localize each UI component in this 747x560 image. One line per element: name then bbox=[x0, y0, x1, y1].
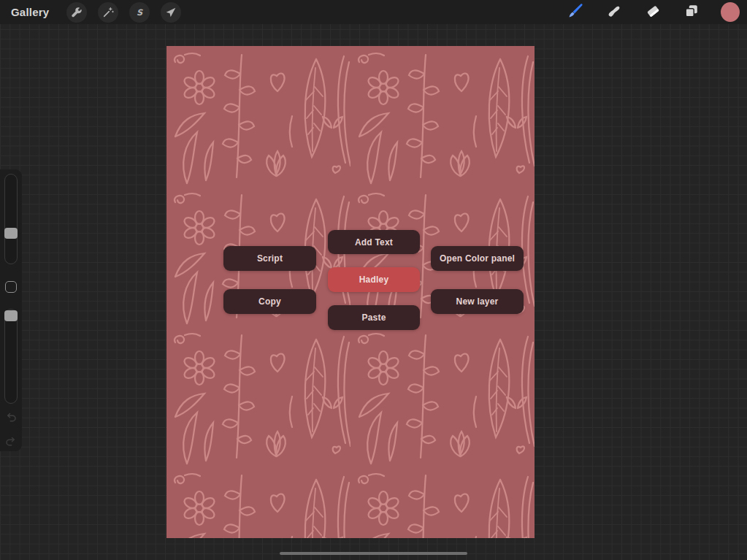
modify-button[interactable] bbox=[5, 281, 17, 293]
adjustments-button[interactable] bbox=[98, 2, 118, 23]
selection-s-icon: S bbox=[134, 7, 145, 18]
quickmenu-copy-button[interactable]: Copy bbox=[223, 289, 316, 314]
quickmenu-script-button[interactable]: Script bbox=[223, 246, 316, 271]
magic-wand-icon bbox=[102, 7, 114, 18]
paintbrush-icon bbox=[567, 2, 584, 23]
paint-button[interactable] bbox=[566, 3, 585, 22]
transform-arrow-icon bbox=[165, 7, 177, 18]
top-toolbar: Gallery S bbox=[0, 0, 747, 24]
brush-size-slider[interactable] bbox=[4, 174, 18, 264]
quickmenu-open-color-panel-button[interactable]: Open Color panel bbox=[431, 246, 524, 271]
brush-opacity-handle[interactable] bbox=[4, 310, 18, 321]
quickmenu-paste-button[interactable]: Paste bbox=[328, 305, 420, 330]
wrench-icon bbox=[71, 7, 83, 18]
eraser-icon bbox=[645, 3, 661, 22]
erase-button[interactable] bbox=[643, 3, 662, 22]
transform-button[interactable] bbox=[161, 2, 181, 23]
brush-sidebar bbox=[0, 169, 22, 451]
toolbar-left-group: Gallery S bbox=[0, 0, 192, 24]
undo-button[interactable] bbox=[4, 410, 18, 423]
quickmenu-add-text-button[interactable]: Add Text bbox=[328, 230, 420, 254]
redo-arrow-icon bbox=[4, 437, 18, 450]
home-indicator-bar[interactable] bbox=[280, 552, 467, 555]
layers-button[interactable] bbox=[682, 3, 701, 22]
brush-opacity-slider[interactable] bbox=[4, 309, 18, 404]
redo-button[interactable] bbox=[4, 434, 18, 448]
toolbar-right-group bbox=[566, 0, 747, 24]
quickmenu-center-hadley-button[interactable]: Hadley bbox=[328, 267, 420, 292]
gallery-button[interactable]: Gallery bbox=[11, 6, 49, 18]
actions-button[interactable] bbox=[66, 2, 87, 23]
smudge-finger-icon bbox=[606, 3, 622, 22]
smudge-button[interactable] bbox=[605, 3, 624, 22]
quickmenu-new-layer-button[interactable]: New layer bbox=[431, 289, 524, 314]
color-button[interactable] bbox=[721, 3, 740, 22]
color-swatch-circle bbox=[721, 2, 740, 22]
svg-text:S: S bbox=[137, 7, 143, 18]
layers-icon bbox=[683, 3, 700, 22]
brush-size-handle[interactable] bbox=[4, 228, 18, 239]
selection-button[interactable]: S bbox=[129, 2, 150, 23]
undo-arrow-icon bbox=[4, 413, 18, 426]
